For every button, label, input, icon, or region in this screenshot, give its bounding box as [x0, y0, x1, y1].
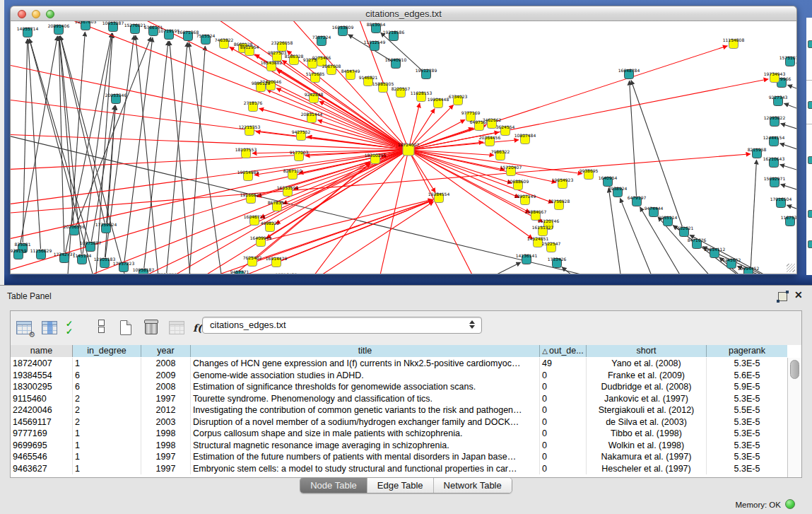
graph-node[interactable]: 8186328 — [285, 54, 304, 65]
citation-edge-black[interactable] — [750, 160, 757, 274]
graph-node[interactable]: 2867608 — [322, 64, 341, 75]
close-panel-icon[interactable]: ✕ — [794, 289, 803, 300]
table-row[interactable]: 911546021997Tourette syndrome. Phenomeno… — [11, 393, 787, 405]
column-header-in-degree[interactable]: in_degree — [73, 345, 141, 357]
graph-node[interactable]: 16151327 — [532, 225, 554, 236]
graph-node[interactable]: 7463822 — [215, 37, 234, 49]
graph-node[interactable]: 10653287 — [102, 21, 124, 32]
show-column-icon[interactable] — [40, 319, 60, 338]
table-row[interactable]: 969969511998Structural magnetic resonanc… — [11, 440, 787, 452]
graph-node[interactable]: 1167533 — [781, 215, 796, 226]
column-header-title[interactable]: title — [191, 345, 540, 357]
graph-node[interactable]: 11156829 — [30, 248, 52, 259]
citation-edge-black[interactable] — [780, 144, 796, 152]
graph-node[interactable]: 7632621 — [675, 226, 694, 237]
graph-node[interactable]: 6479197 — [628, 195, 647, 206]
citation-edge-black[interactable] — [787, 85, 796, 92]
graph-node[interactable]: 9427552 — [292, 129, 311, 141]
graph-node[interactable]: 16409949 — [250, 235, 272, 247]
column-header-name[interactable]: name — [11, 345, 73, 357]
graph-node[interactable]: 4998222 — [261, 221, 280, 232]
citation-edge-black[interactable] — [608, 188, 622, 274]
citation-edge-red[interactable] — [266, 90, 403, 148]
graph-node[interactable]: 19612789 — [416, 68, 437, 79]
graph-node[interactable]: 9242848 — [305, 92, 324, 103]
citation-edge-black[interactable] — [67, 32, 85, 274]
graph-node[interactable]: 14055714 — [17, 26, 39, 37]
citation-edge-black[interactable] — [91, 105, 114, 241]
graph-node[interactable]: 19904448 — [428, 97, 449, 108]
graph-node[interactable]: 10688609 — [507, 179, 529, 190]
graph-node[interactable]: 7986322 — [491, 149, 510, 160]
graph-node[interactable]: 17957223 — [113, 261, 135, 272]
column-header-out-degree[interactable]: △out_de... — [540, 345, 587, 357]
canvas-resize-grip[interactable] — [787, 264, 795, 272]
tab-node-table[interactable]: Node Table — [300, 478, 367, 493]
graph-node[interactable]: 20891406 — [48, 23, 70, 35]
table-row[interactable]: 1938455462009Genome-wide association stu… — [11, 370, 787, 382]
graph-node[interactable]: 6734023 — [449, 94, 468, 105]
table-row[interactable]: 977716911998Corpus callosum shape and si… — [11, 428, 787, 440]
citation-edge-red[interactable] — [411, 155, 477, 274]
graph-node[interactable]: 16782759 — [155, 272, 177, 275]
memory-ok-icon[interactable] — [785, 499, 795, 509]
citation-edge-black[interactable] — [781, 124, 796, 132]
graph-node[interactable]: 939159 — [11, 248, 27, 259]
citation-edge-black[interactable] — [189, 42, 223, 274]
network-canvas[interactable]: 1405571420891406195676031065328715276021… — [10, 21, 797, 274]
graph-node[interactable]: 15716485 — [276, 272, 298, 275]
table-row[interactable]: 1830029562008Estimation of significance … — [11, 381, 787, 393]
graph-node[interactable]: 18107553 — [235, 147, 257, 158]
citation-edge-red[interactable] — [259, 108, 404, 148]
citation-edge-red[interactable] — [67, 152, 404, 274]
citation-edge-black[interactable] — [780, 165, 796, 173]
citation-edge-black[interactable] — [784, 103, 796, 112]
graph-node[interactable]: 2522547 — [542, 241, 561, 252]
graph-node[interactable]: 19654923 — [552, 177, 574, 189]
graph-node[interactable]: 20364456 — [479, 135, 501, 146]
citation-edge-black[interactable] — [170, 41, 191, 274]
table-vertical-scrollbar[interactable] — [787, 358, 801, 477]
citation-edge-red[interactable] — [414, 140, 519, 149]
table-row[interactable]: 2242004622012Investigating the contribut… — [11, 404, 787, 416]
graph-node[interactable]: 18756928 — [548, 199, 570, 210]
graph-node[interactable]: 16640910 — [385, 57, 407, 69]
column-header-pagerank[interactable]: pagerank — [707, 345, 787, 357]
citation-edge-red[interactable] — [378, 156, 407, 274]
table-row[interactable]: 946554611997Estimation of the future num… — [11, 451, 787, 463]
graph-node[interactable]: 19218586 — [383, 30, 405, 41]
column-header-short[interactable]: short — [587, 345, 707, 357]
citation-graph[interactable]: 1405571420891406195676031065328715276021… — [11, 21, 796, 274]
citation-edge-red[interactable] — [276, 88, 404, 148]
graph-node[interactable]: 15692971 — [764, 176, 786, 187]
graph-node[interactable]: 2718176 — [244, 100, 263, 112]
graph-node[interactable]: 1640954 — [599, 175, 618, 187]
table-body[interactable]: 1872400712008Changes of HCN gene express… — [11, 358, 787, 477]
table-options-icon[interactable]: ⚙ — [15, 319, 35, 338]
table-row[interactable]: 1456911722003Disruption of a novel membe… — [11, 416, 787, 428]
citation-edge-black[interactable] — [477, 262, 521, 274]
graph-node[interactable]: 19567603 — [75, 21, 97, 30]
graph-node[interactable]: 8220557 — [392, 86, 411, 98]
graph-node[interactable]: 16648784 — [618, 68, 640, 79]
graph-node[interactable]: 11154808 — [723, 37, 745, 49]
graph-node[interactable]: 14136141 — [516, 253, 538, 264]
scrollbar-thumb[interactable] — [790, 360, 799, 379]
graph-node[interactable]: 12215353 — [239, 124, 261, 136]
graph-node[interactable]: 17359924 — [95, 222, 117, 233]
float-panel-icon[interactable] — [778, 292, 787, 301]
graph-node[interactable]: 9457771 — [230, 269, 249, 275]
citation-edge-red[interactable] — [410, 103, 420, 144]
graph-node[interactable]: 15751074 — [779, 55, 796, 66]
delete-table-icon[interactable] — [142, 319, 162, 338]
column-header-year[interactable]: year — [141, 345, 191, 357]
graph-node[interactable]: 18907249 — [514, 194, 536, 205]
citation-edge-red[interactable] — [413, 153, 543, 222]
graph-node[interactable]: 8938924 — [608, 186, 628, 197]
select-all-icon[interactable]: ✓✓ — [66, 319, 86, 338]
table-row[interactable]: 1872400712008Changes of HCN gene express… — [11, 358, 787, 370]
unselect-rows-icon[interactable] — [91, 319, 111, 338]
citation-edge-red[interactable] — [11, 150, 403, 170]
graph-node[interactable]: 16914479 — [266, 256, 288, 267]
new-table-icon[interactable] — [117, 319, 136, 338]
